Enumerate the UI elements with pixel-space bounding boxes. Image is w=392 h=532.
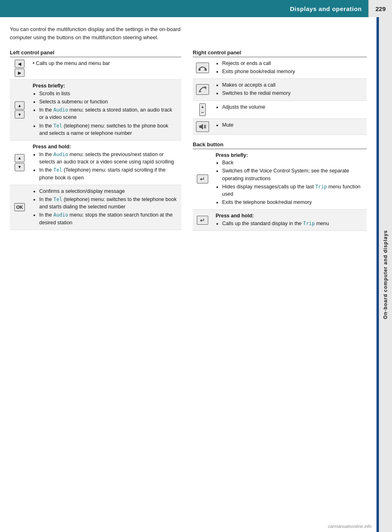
ud-arrows-stack-2: ▲ ▼ — [13, 154, 26, 171]
keyword-tel: Tel — [53, 123, 62, 129]
right-arrow-button: ▶ — [15, 69, 24, 77]
list-item: Rejects or ends a call — [222, 60, 363, 67]
list-item: In the Audio menu: selects a stored stat… — [39, 106, 178, 121]
desc-cell-back-1: Press briefly: Back Switches off the Voi… — [212, 149, 367, 210]
intro-paragraph: You can control the multifunction displa… — [10, 25, 181, 41]
right-panel-heading: Right control panel — [193, 49, 367, 57]
keyword-tel-2: Tel — [53, 167, 62, 173]
list-item: Selects a submenu or function — [39, 98, 178, 105]
svg-point-3 — [204, 87, 206, 88]
back-button-table: ↵ Press briefly: Back Switches off the V… — [193, 149, 367, 231]
press-briefly-list-1: Scrolls in lists Selects a submenu or fu… — [33, 90, 178, 137]
header-title: Displays and operation — [290, 5, 362, 12]
reject-list: Rejects or ends a call Exits phone book/… — [216, 60, 363, 75]
spacer — [193, 135, 367, 141]
list-item: Confirms a selection/display message — [39, 188, 178, 195]
ud-arrows-stack-1: ▲ ▼ — [13, 101, 26, 118]
lr-arrows-stack: ◀ ▶ — [13, 60, 26, 77]
left-arrow-button: ◀ — [15, 60, 24, 68]
up-arrow-button-2: ▲ — [15, 154, 24, 162]
list-item: Makes or accepts a call — [222, 81, 363, 89]
table-row: Rejects or ends a call Exits phone book/… — [193, 57, 367, 79]
left-column: Left control panel ◀ ▶ • Calls up the me… — [10, 49, 181, 231]
desc-cell-mute: Mute — [212, 118, 367, 134]
list-item: In the Tel (telephone) menu: switches to… — [39, 196, 178, 211]
desc-cell-accept: Makes or accepts a call Switches to the … — [212, 79, 367, 101]
sidebar-label: On-board computer and displays — [379, 17, 392, 532]
press-briefly-label-back: Press briefly: — [216, 152, 248, 158]
desc-cell-ud-2: Press and hold: In the Audio menu: selec… — [29, 141, 181, 185]
press-briefly-label-1: Press briefly: — [33, 83, 65, 89]
volume-list: Adjusts the volume — [216, 103, 363, 111]
svg-rect-0 — [198, 69, 200, 71]
volume-minus: − — [201, 110, 204, 115]
table-row: Mute — [193, 118, 367, 134]
list-item: Exits phone book/redial memory — [222, 68, 363, 75]
keyword-audio: Audio — [53, 107, 68, 113]
table-row: OK Confirms a selection/display message … — [10, 185, 181, 230]
page-number: 229 — [368, 0, 392, 17]
icon-cell-volume: + − — [193, 101, 212, 118]
back-button-heading: Back button — [193, 141, 367, 149]
left-control-table: ◀ ▶ • Calls up the menu and menu bar ▲ — [10, 57, 181, 230]
table-row: ↵ Press briefly: Back Switches off the V… — [193, 149, 367, 210]
accept-list: Makes or accepts a call Switches to the … — [216, 81, 363, 97]
phone-accept-icon — [196, 84, 209, 95]
svg-rect-4 — [199, 125, 201, 128]
back-button-icon-1: ↵ — [197, 174, 208, 183]
press-hold-list-1: In the Audio menu: selects the previous/… — [33, 151, 178, 181]
volume-plus: + — [201, 105, 204, 110]
icon-cell-phone-reject — [193, 57, 212, 79]
icon-cell-ud-arrows-2: ▲ ▼ — [10, 141, 29, 185]
two-column-layout: Left control panel ◀ ▶ • Calls up the me… — [10, 49, 367, 231]
up-arrow-button-1: ▲ — [15, 101, 24, 110]
desc-cell-ok: Confirms a selection/display message In … — [29, 185, 181, 230]
list-item: Switches to the redial memory — [222, 89, 363, 97]
list-item: Adjusts the volume — [222, 103, 363, 111]
right-control-table: Rejects or ends a call Exits phone book/… — [193, 57, 367, 135]
list-item: In the Tel (telephone) menu: switches to… — [39, 122, 178, 137]
icon-cell-back-1: ↵ — [193, 149, 212, 210]
list-item: Scrolls in lists — [39, 90, 178, 97]
list-item: In the Audio menu: selects the previous/… — [39, 151, 178, 166]
phone-accept-svg — [198, 86, 207, 93]
icon-cell-phone-accept — [193, 79, 212, 101]
list-item: In the Tel (Telephone) menu: starts rapi… — [39, 166, 178, 181]
table-row: + − Adjusts the volume — [193, 101, 367, 118]
right-column: Right control panel — [193, 49, 367, 231]
phone-reject-icon — [196, 63, 209, 73]
down-arrow-button-2: ▼ — [15, 163, 24, 171]
table-row: ▲ ▼ Press briefly: Scrolls in lists Sele… — [10, 80, 181, 141]
list-item: Mute — [222, 121, 363, 129]
mute-icon — [196, 121, 209, 132]
keyword-tel-3: Tel — [53, 197, 62, 202]
left-panel-heading: Left control panel — [10, 49, 181, 57]
mute-list: Mute — [216, 121, 363, 129]
mute-svg — [199, 123, 206, 130]
list-item: Hides display messages/calls up the last… — [222, 183, 363, 198]
back-hold-list: Calls up the standard display in the Tri… — [216, 220, 363, 227]
phone-reject-svg — [198, 65, 207, 71]
ok-button-icon: OK — [14, 203, 25, 211]
press-hold-label-back: Press and hold: — [216, 213, 254, 219]
desc-cell-ud-1: Press briefly: Scrolls in lists Selects … — [29, 80, 181, 141]
icon-cell-mute — [193, 118, 212, 134]
svg-marker-5 — [201, 124, 203, 130]
keyword-trip-2: Trip — [303, 221, 315, 226]
header-teal: Displays and operation — [0, 0, 368, 17]
svg-point-2 — [199, 91, 201, 92]
keyword-trip-1: Trip — [315, 184, 327, 190]
icon-cell-back-2: ↵ — [193, 210, 212, 231]
icon-cell-ud-arrows-1: ▲ ▼ — [10, 80, 29, 141]
list-item: Back — [222, 159, 363, 166]
table-row: Makes or accepts a call Switches to the … — [193, 79, 367, 101]
volume-icon: + − — [199, 103, 206, 116]
desc-cell-reject: Rejects or ends a call Exits phone book/… — [212, 57, 367, 79]
desc-cell-volume: Adjusts the volume — [212, 101, 367, 118]
icon-cell-lr-arrows: ◀ ▶ — [10, 57, 29, 80]
svg-rect-1 — [205, 69, 207, 71]
back-briefly-list: Back Switches off the Voice Control Syst… — [216, 159, 363, 206]
table-row: ◀ ▶ • Calls up the menu and menu bar — [10, 57, 181, 80]
icon-cell-ok: OK — [10, 185, 29, 230]
list-item: Exits the telephone book/redial memory — [222, 199, 363, 206]
